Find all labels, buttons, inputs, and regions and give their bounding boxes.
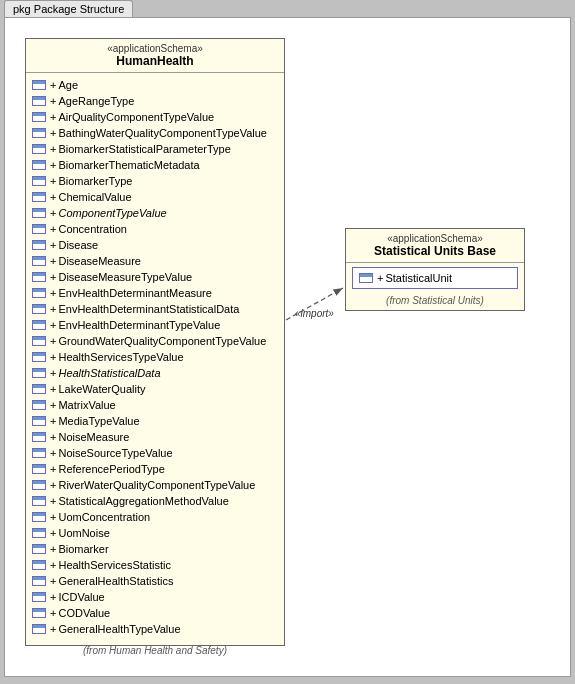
class-prefix: +: [50, 95, 56, 107]
class-prefix: +: [50, 591, 56, 603]
class-item: + StatisticalAggregationMethodValue: [26, 493, 284, 509]
class-item: + ChemicalValue: [26, 189, 284, 205]
class-name: UomConcentration: [58, 511, 150, 523]
class-prefix: +: [50, 319, 56, 331]
class-icon: [32, 272, 46, 282]
class-icon: [32, 352, 46, 362]
class-prefix: +: [50, 479, 56, 491]
class-icon: [32, 592, 46, 602]
class-icon: [32, 624, 46, 634]
class-name: Age: [58, 79, 78, 91]
human-health-header: «applicationSchema» HumanHealth: [26, 39, 284, 73]
class-prefix: +: [50, 431, 56, 443]
class-name: LakeWaterQuality: [58, 383, 145, 395]
class-prefix: +: [50, 415, 56, 427]
class-prefix: +: [50, 559, 56, 571]
class-icon: [32, 320, 46, 330]
class-prefix: +: [50, 495, 56, 507]
class-name: Biomarker: [58, 543, 108, 555]
class-name: RiverWaterQualityComponentTypeValue: [58, 479, 255, 491]
class-item: + Concentration: [26, 221, 284, 237]
stat-unit-class-row: + StatisticalUnit: [352, 267, 518, 289]
class-name: ICDValue: [58, 591, 104, 603]
class-name: StatisticalAggregationMethodValue: [58, 495, 228, 507]
class-item: + RiverWaterQualityComponentTypeValue: [26, 477, 284, 493]
stat-unit-prefix: +: [377, 272, 383, 284]
class-item: + NoiseSourceTypeValue: [26, 445, 284, 461]
class-item: + HealthServicesTypeValue: [26, 349, 284, 365]
class-item: + ReferencePeriodType: [26, 461, 284, 477]
class-name: ReferencePeriodType: [58, 463, 164, 475]
class-name: AirQualityComponentTypeValue: [58, 111, 214, 123]
package-structure-tab[interactable]: pkg Package Structure: [4, 0, 133, 17]
class-icon: [32, 240, 46, 250]
stat-units-header: «applicationSchema» Statistical Units Ba…: [346, 229, 524, 263]
class-name: BathingWaterQualityComponentTypeValue: [58, 127, 267, 139]
stat-unit-classname: StatisticalUnit: [385, 272, 452, 284]
class-icon: [32, 448, 46, 458]
class-name: BiomarkerThematicMetadata: [58, 159, 199, 171]
class-item: + GeneralHealthTypeValue: [26, 621, 284, 637]
class-icon: [32, 192, 46, 202]
class-prefix: +: [50, 527, 56, 539]
class-icon: [32, 560, 46, 570]
class-icon: [32, 384, 46, 394]
class-name: EnvHealthDeterminantMeasure: [58, 287, 211, 299]
class-name: EnvHealthDeterminantStatisticalData: [58, 303, 239, 315]
class-icon: [32, 160, 46, 170]
class-prefix: +: [50, 623, 56, 635]
class-item: + ICDValue: [26, 589, 284, 605]
class-prefix: +: [50, 191, 56, 203]
stat-unit-icon: [359, 273, 373, 283]
class-icon: [32, 224, 46, 234]
class-name: AgeRangeType: [58, 95, 134, 107]
class-item: + Disease: [26, 237, 284, 253]
class-prefix: +: [50, 383, 56, 395]
class-prefix: +: [50, 175, 56, 187]
class-prefix: +: [50, 367, 56, 379]
class-prefix: +: [50, 351, 56, 363]
class-name: HealthStatisticalData: [58, 367, 160, 379]
class-item: + CODValue: [26, 605, 284, 621]
stat-units-stereotype: «applicationSchema»: [352, 233, 518, 244]
import-label: «import»: [295, 308, 334, 319]
class-prefix: +: [50, 159, 56, 171]
class-item: + EnvHealthDeterminantTypeValue: [26, 317, 284, 333]
class-item: + Biomarker: [26, 541, 284, 557]
class-item: + UomConcentration: [26, 509, 284, 525]
human-health-class-list: + Age+ AgeRangeType+ AirQualityComponent…: [26, 73, 284, 641]
tab-label: pkg Package Structure: [13, 3, 124, 15]
class-icon: [32, 96, 46, 106]
class-icon: [32, 544, 46, 554]
stat-units-package: «applicationSchema» Statistical Units Ba…: [345, 228, 525, 311]
class-name: HealthServicesTypeValue: [58, 351, 183, 363]
class-prefix: +: [50, 543, 56, 555]
human-health-from-label: (from Human Health and Safety): [26, 641, 284, 660]
class-item: + DiseaseMeasure: [26, 253, 284, 269]
class-icon: [32, 304, 46, 314]
class-item: + EnvHealthDeterminantStatisticalData: [26, 301, 284, 317]
class-item: + AirQualityComponentTypeValue: [26, 109, 284, 125]
class-icon: [32, 432, 46, 442]
class-item: + HealthServicesStatistic: [26, 557, 284, 573]
class-name: Disease: [58, 239, 98, 251]
class-prefix: +: [50, 79, 56, 91]
class-icon: [32, 576, 46, 586]
class-prefix: +: [50, 143, 56, 155]
class-name: BiomarkerStatisticalParameterType: [58, 143, 230, 155]
stat-units-from-label: (from Statistical Units): [346, 293, 524, 310]
class-icon: [32, 496, 46, 506]
class-item: + BiomarkerStatisticalParameterType: [26, 141, 284, 157]
class-icon: [32, 208, 46, 218]
class-item: + LakeWaterQuality: [26, 381, 284, 397]
class-prefix: +: [50, 607, 56, 619]
class-icon: [32, 400, 46, 410]
diagram-area: «applicationSchema» HumanHealth + Age+ A…: [5, 18, 570, 676]
class-item: + EnvHealthDeterminantMeasure: [26, 285, 284, 301]
stat-units-name: Statistical Units Base: [352, 244, 518, 258]
class-item: + GeneralHealthStatistics: [26, 573, 284, 589]
class-item: + DiseaseMeasureTypeValue: [26, 269, 284, 285]
class-name: NoiseMeasure: [58, 431, 129, 443]
class-item: + MediaTypeValue: [26, 413, 284, 429]
class-item: + MatrixValue: [26, 397, 284, 413]
